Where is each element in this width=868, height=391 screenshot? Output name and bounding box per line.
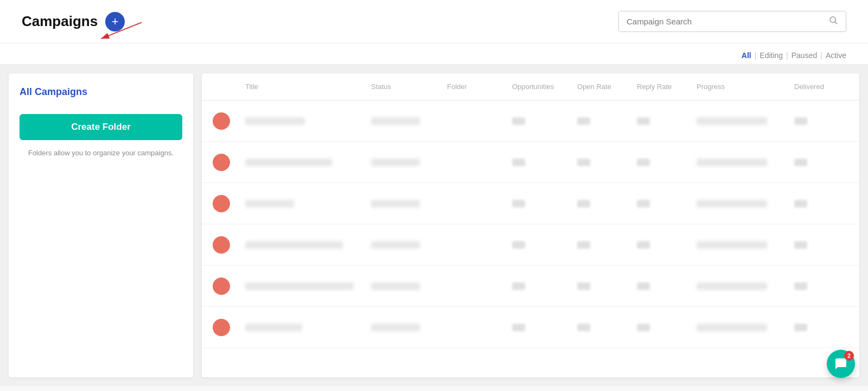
sidebar-description: Folders allow you to organize your campa… bbox=[20, 148, 182, 159]
row-delivered bbox=[794, 241, 848, 249]
row-title bbox=[245, 324, 371, 331]
svg-point-2 bbox=[830, 17, 836, 23]
row-progress bbox=[697, 200, 794, 207]
row-open-rate bbox=[577, 282, 637, 290]
row-delivered bbox=[794, 282, 848, 290]
row-open-rate bbox=[577, 159, 637, 166]
row-progress bbox=[697, 117, 794, 125]
row-open-rate bbox=[577, 200, 637, 207]
row-progress bbox=[697, 241, 794, 249]
filter-sep-3: | bbox=[820, 51, 822, 60]
main-content: All Campaigns Create Folder Folders allo… bbox=[0, 65, 868, 386]
col-delivered: Delivered bbox=[794, 83, 848, 91]
filter-editing[interactable]: Editing bbox=[760, 51, 783, 60]
row-title bbox=[245, 282, 371, 290]
row-opportunities bbox=[512, 282, 577, 290]
search-icon-button[interactable] bbox=[821, 15, 846, 28]
header-left: Campaigns + bbox=[22, 12, 125, 31]
sidebar-title: All Campaigns bbox=[20, 86, 182, 98]
row-delivered bbox=[794, 324, 848, 331]
row-open-rate bbox=[577, 324, 637, 331]
search-bar bbox=[618, 11, 846, 32]
filter-bar: All | Editing | Paused | Active bbox=[0, 43, 868, 65]
table-row[interactable] bbox=[202, 142, 859, 183]
row-progress bbox=[697, 324, 794, 331]
col-title: Title bbox=[245, 83, 371, 91]
row-title bbox=[245, 117, 371, 125]
row-icon bbox=[213, 154, 245, 171]
col-progress: Progress bbox=[697, 83, 794, 91]
filter-sep-1: | bbox=[755, 51, 757, 60]
filter-sep-2: | bbox=[786, 51, 788, 60]
page-header: Campaigns + bbox=[0, 0, 868, 43]
col-opportunities: Opportunities bbox=[512, 83, 577, 91]
filter-paused[interactable]: Paused bbox=[792, 51, 817, 60]
sidebar: All Campaigns Create Folder Folders allo… bbox=[9, 73, 193, 377]
row-reply-rate bbox=[637, 241, 697, 249]
row-opportunities bbox=[512, 159, 577, 166]
row-open-rate bbox=[577, 117, 637, 125]
table-header: Title Status Folder Opportunities Open R… bbox=[202, 73, 859, 100]
row-opportunities bbox=[512, 117, 577, 125]
row-opportunities bbox=[512, 324, 577, 331]
search-icon bbox=[828, 15, 838, 25]
filter-all[interactable]: All bbox=[742, 51, 751, 60]
row-title bbox=[245, 159, 371, 166]
add-campaign-button[interactable]: + bbox=[105, 12, 125, 31]
svg-line-3 bbox=[835, 22, 837, 23]
row-progress bbox=[697, 159, 794, 166]
page-title: Campaigns bbox=[22, 13, 98, 30]
row-status bbox=[371, 282, 447, 290]
row-delivered bbox=[794, 159, 848, 166]
create-folder-button[interactable]: Create Folder bbox=[20, 114, 182, 140]
chat-badge: 2 bbox=[844, 351, 854, 361]
table-row[interactable] bbox=[202, 266, 859, 307]
col-status: Status bbox=[371, 83, 447, 91]
row-title bbox=[245, 200, 371, 207]
filter-active[interactable]: Active bbox=[826, 51, 846, 60]
row-delivered bbox=[794, 200, 848, 207]
row-status bbox=[371, 241, 447, 249]
search-input[interactable] bbox=[619, 11, 821, 31]
row-status bbox=[371, 324, 447, 331]
row-reply-rate bbox=[637, 324, 697, 331]
row-icon bbox=[213, 278, 245, 295]
campaigns-table: Title Status Folder Opportunities Open R… bbox=[202, 73, 859, 377]
row-icon bbox=[213, 236, 245, 254]
table-row[interactable] bbox=[202, 100, 859, 142]
row-progress bbox=[697, 282, 794, 290]
table-row[interactable] bbox=[202, 183, 859, 224]
chat-button[interactable]: 2 bbox=[827, 350, 855, 378]
row-delivered bbox=[794, 117, 848, 125]
row-reply-rate bbox=[637, 117, 697, 125]
row-status bbox=[371, 117, 447, 125]
row-icon bbox=[213, 112, 245, 130]
row-icon bbox=[213, 195, 245, 212]
row-status bbox=[371, 159, 447, 166]
row-title bbox=[245, 241, 371, 249]
table-row[interactable] bbox=[202, 224, 859, 266]
col-reply-rate: Reply Rate bbox=[637, 83, 697, 91]
row-reply-rate bbox=[637, 159, 697, 166]
row-reply-rate bbox=[637, 200, 697, 207]
row-opportunities bbox=[512, 200, 577, 207]
col-open-rate: Open Rate bbox=[577, 83, 637, 91]
row-open-rate bbox=[577, 241, 637, 249]
row-status bbox=[371, 200, 447, 207]
row-icon bbox=[213, 319, 245, 336]
col-folder: Folder bbox=[447, 83, 512, 91]
table-row[interactable] bbox=[202, 307, 859, 348]
row-opportunities bbox=[512, 241, 577, 249]
row-reply-rate bbox=[637, 282, 697, 290]
